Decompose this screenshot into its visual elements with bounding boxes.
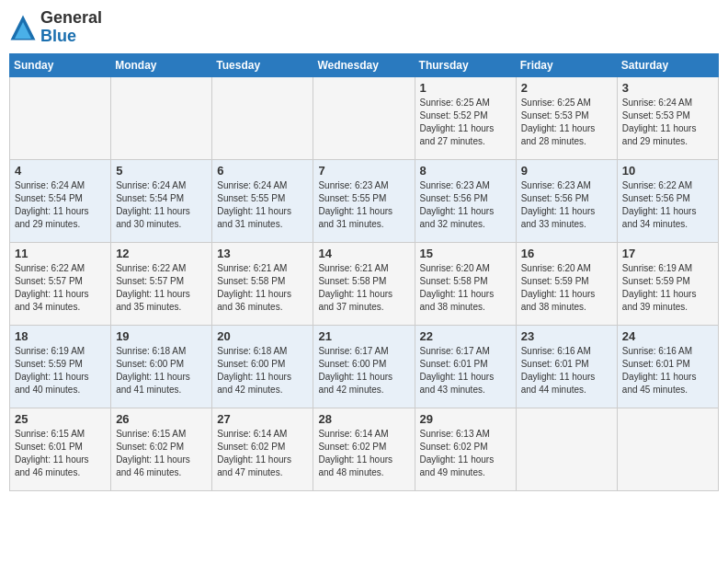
calendar-cell: 7Sunrise: 6:23 AMSunset: 5:55 PMDaylight… [313,159,415,242]
day-number: 6 [217,164,308,178]
calendar-cell: 10Sunrise: 6:22 AMSunset: 5:56 PMDayligh… [617,159,718,242]
day-number: 14 [318,247,409,260]
calendar-cell: 16Sunrise: 6:20 AMSunset: 5:59 PMDayligh… [516,242,617,325]
col-header-friday: Friday [516,53,617,76]
calendar-cell: 24Sunrise: 6:16 AMSunset: 6:01 PMDayligh… [617,325,718,408]
cell-info: Sunrise: 6:20 AMSunset: 5:58 PMDaylight:… [420,262,511,314]
calendar-cell: 19Sunrise: 6:18 AMSunset: 6:00 PMDayligh… [111,325,212,408]
cell-info: Sunrise: 6:23 AMSunset: 5:56 PMDaylight:… [521,179,612,231]
logo-text: GeneralBlue [40,9,102,46]
calendar-cell: 28Sunrise: 6:14 AMSunset: 6:02 PMDayligh… [313,408,415,490]
calendar-cell: 9Sunrise: 6:23 AMSunset: 5:56 PMDaylight… [516,159,617,242]
day-number: 25 [15,412,106,426]
logo: GeneralBlue [9,9,102,46]
calendar-table: SundayMondayTuesdayWednesdayThursdayFrid… [9,53,719,491]
day-number: 15 [420,247,511,260]
day-number: 17 [622,247,713,260]
day-number: 7 [318,164,409,178]
calendar-cell: 14Sunrise: 6:21 AMSunset: 5:58 PMDayligh… [313,242,415,325]
cell-info: Sunrise: 6:22 AMSunset: 5:57 PMDaylight:… [15,262,106,314]
day-number: 5 [116,164,207,178]
day-number: 8 [420,164,511,178]
calendar-cell [10,76,111,159]
calendar-cell [313,76,415,159]
calendar-cell: 4Sunrise: 6:24 AMSunset: 5:54 PMDaylight… [10,159,111,242]
col-header-thursday: Thursday [415,53,516,76]
cell-info: Sunrise: 6:16 AMSunset: 6:01 PMDaylight:… [622,345,713,396]
cell-info: Sunrise: 6:17 AMSunset: 6:01 PMDaylight:… [420,345,511,396]
calendar-header-row: SundayMondayTuesdayWednesdayThursdayFrid… [10,53,719,76]
cell-info: Sunrise: 6:20 AMSunset: 5:59 PMDaylight:… [521,262,612,314]
calendar-cell: 26Sunrise: 6:15 AMSunset: 6:02 PMDayligh… [111,408,212,490]
day-number: 18 [15,329,106,343]
calendar-cell: 6Sunrise: 6:24 AMSunset: 5:55 PMDaylight… [212,159,313,242]
cell-info: Sunrise: 6:16 AMSunset: 6:01 PMDaylight:… [521,345,612,396]
cell-info: Sunrise: 6:23 AMSunset: 5:55 PMDaylight:… [318,179,409,231]
cell-info: Sunrise: 6:23 AMSunset: 5:56 PMDaylight:… [420,179,511,231]
day-number: 16 [521,247,612,260]
calendar-cell: 8Sunrise: 6:23 AMSunset: 5:56 PMDaylight… [415,159,516,242]
cell-info: Sunrise: 6:24 AMSunset: 5:53 PMDaylight:… [622,97,713,148]
calendar-cell: 13Sunrise: 6:21 AMSunset: 5:58 PMDayligh… [212,242,313,325]
calendar-cell: 22Sunrise: 6:17 AMSunset: 6:01 PMDayligh… [415,325,516,408]
calendar-week-2: 4Sunrise: 6:24 AMSunset: 5:54 PMDaylight… [10,159,719,242]
calendar-week-4: 18Sunrise: 6:19 AMSunset: 5:59 PMDayligh… [10,325,719,408]
calendar-cell: 20Sunrise: 6:18 AMSunset: 6:00 PMDayligh… [212,325,313,408]
col-header-wednesday: Wednesday [313,53,415,76]
cell-info: Sunrise: 6:15 AMSunset: 6:02 PMDaylight:… [116,428,207,479]
calendar-cell: 18Sunrise: 6:19 AMSunset: 5:59 PMDayligh… [10,325,111,408]
day-number: 24 [622,329,713,343]
calendar-week-5: 25Sunrise: 6:15 AMSunset: 6:01 PMDayligh… [10,408,719,490]
cell-info: Sunrise: 6:21 AMSunset: 5:58 PMDaylight:… [318,262,409,314]
calendar-cell [617,408,718,490]
calendar-cell: 15Sunrise: 6:20 AMSunset: 5:58 PMDayligh… [415,242,516,325]
day-number: 23 [521,329,612,343]
calendar-cell: 17Sunrise: 6:19 AMSunset: 5:59 PMDayligh… [617,242,718,325]
cell-info: Sunrise: 6:18 AMSunset: 6:00 PMDaylight:… [217,345,308,396]
day-number: 3 [622,81,713,95]
calendar-cell: 3Sunrise: 6:24 AMSunset: 5:53 PMDaylight… [617,76,718,159]
calendar-cell: 23Sunrise: 6:16 AMSunset: 6:01 PMDayligh… [516,325,617,408]
calendar-cell: 11Sunrise: 6:22 AMSunset: 5:57 PMDayligh… [10,242,111,325]
cell-info: Sunrise: 6:18 AMSunset: 6:00 PMDaylight:… [116,345,207,396]
day-number: 26 [116,412,207,426]
cell-info: Sunrise: 6:25 AMSunset: 5:52 PMDaylight:… [420,97,511,148]
day-number: 13 [217,247,308,260]
day-number: 21 [318,329,409,343]
col-header-monday: Monday [111,53,212,76]
cell-info: Sunrise: 6:14 AMSunset: 6:02 PMDaylight:… [318,428,409,479]
cell-info: Sunrise: 6:19 AMSunset: 5:59 PMDaylight:… [622,262,713,314]
col-header-sunday: Sunday [10,53,111,76]
calendar-week-3: 11Sunrise: 6:22 AMSunset: 5:57 PMDayligh… [10,242,719,325]
cell-info: Sunrise: 6:22 AMSunset: 5:57 PMDaylight:… [116,262,207,314]
cell-info: Sunrise: 6:17 AMSunset: 6:00 PMDaylight:… [318,345,409,396]
calendar-cell: 25Sunrise: 6:15 AMSunset: 6:01 PMDayligh… [10,408,111,490]
cell-info: Sunrise: 6:22 AMSunset: 5:56 PMDaylight:… [622,179,713,231]
calendar-week-1: 1Sunrise: 6:25 AMSunset: 5:52 PMDaylight… [10,76,719,159]
day-number: 2 [521,81,612,95]
calendar-cell: 29Sunrise: 6:13 AMSunset: 6:02 PMDayligh… [415,408,516,490]
logo-icon [9,14,37,41]
calendar-cell: 21Sunrise: 6:17 AMSunset: 6:00 PMDayligh… [313,325,415,408]
cell-info: Sunrise: 6:24 AMSunset: 5:55 PMDaylight:… [217,179,308,231]
day-number: 29 [420,412,511,426]
cell-info: Sunrise: 6:25 AMSunset: 5:53 PMDaylight:… [521,97,612,148]
col-header-saturday: Saturday [617,53,718,76]
cell-info: Sunrise: 6:24 AMSunset: 5:54 PMDaylight:… [15,179,106,231]
day-number: 19 [116,329,207,343]
day-number: 20 [217,329,308,343]
col-header-tuesday: Tuesday [212,53,313,76]
day-number: 27 [217,412,308,426]
calendar-body: 1Sunrise: 6:25 AMSunset: 5:52 PMDaylight… [10,76,719,490]
page-header: GeneralBlue [9,9,719,46]
calendar-cell: 5Sunrise: 6:24 AMSunset: 5:54 PMDaylight… [111,159,212,242]
calendar-cell [111,76,212,159]
calendar-cell [516,408,617,490]
day-number: 28 [318,412,409,426]
day-number: 22 [420,329,511,343]
cell-info: Sunrise: 6:13 AMSunset: 6:02 PMDaylight:… [420,428,511,479]
day-number: 11 [15,247,106,260]
cell-info: Sunrise: 6:19 AMSunset: 5:59 PMDaylight:… [15,345,106,396]
day-number: 10 [622,164,713,178]
calendar-cell: 27Sunrise: 6:14 AMSunset: 6:02 PMDayligh… [212,408,313,490]
